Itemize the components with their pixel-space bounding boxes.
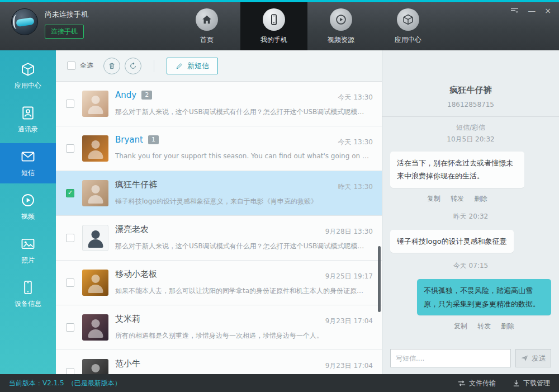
- tab-home[interactable]: 首页: [173, 2, 240, 50]
- avatar: [82, 270, 108, 296]
- conversation-row[interactable]: 艾米莉 所有的相遇都是久别重逢，珍惜身边每一次相遇，珍惜身边每一个人。 9月23…: [56, 305, 382, 350]
- row-checkbox[interactable]: [66, 234, 74, 242]
- copy-action[interactable]: 复制: [454, 322, 467, 331]
- forward-action[interactable]: 转发: [477, 322, 491, 331]
- connection-block: 尚未连接手机 连接手机: [45, 10, 88, 39]
- conversation-row[interactable]: 范小牛 9月23日 17:04: [56, 350, 382, 374]
- version-text: 当前版本：V2.1.5: [9, 379, 64, 388]
- download-icon: [513, 380, 520, 387]
- sidebar-item-contacts[interactable]: 通讯录: [0, 100, 56, 140]
- conversation-name: 疯狂牛仔裤: [115, 180, 157, 190]
- transfer-arrows-icon: [458, 380, 466, 386]
- row-checkbox[interactable]: [66, 323, 74, 332]
- tab-app-center[interactable]: 应用中心: [375, 2, 442, 50]
- select-all-checkbox[interactable]: [67, 62, 75, 70]
- conversation-date: 9月25日 19:17: [325, 272, 373, 281]
- conversation-row[interactable]: 移动小老板 如果不能本人去，那么可以让沈阳的同学拿ta的身份证原件和机主本人的身…: [56, 261, 382, 305]
- envelope-icon: [20, 149, 36, 164]
- sidebar-item-video[interactable]: 视频: [0, 187, 56, 227]
- message-bubble-received: 活在当下，别在怀念过去或者憧憬未来中浪费掉你现在的生活。: [390, 152, 524, 188]
- list-scrollbar-thumb[interactable]: [378, 246, 381, 312]
- send-label: 发送: [532, 353, 546, 363]
- menu-icon[interactable]: [511, 7, 519, 14]
- sidebar-item-device-info[interactable]: 设备信息: [0, 274, 56, 314]
- cube-icon: [397, 8, 419, 31]
- conversation-date: 今天 13:30: [338, 93, 373, 102]
- avatar: [82, 91, 108, 117]
- conversation-detail-panel: 疯狂牛仔裤 18612858715 短信/彩信 10月5日 20:32 活在当下…: [382, 50, 559, 374]
- detail-start-time: 10月5日 20:32: [382, 135, 559, 144]
- accent-strip: [0, 0, 559, 2]
- statusbar: 当前版本：V2.1.5 （已是最新版本） 文件传输 下载管理: [0, 374, 559, 392]
- avatar: [82, 135, 108, 162]
- sidebar-label: 短信: [21, 168, 35, 178]
- conversation-row[interactable]: Bryant 1 Thank you for your support this…: [56, 126, 382, 171]
- conversation-date: 今天 13:30: [338, 138, 373, 147]
- main-nav: 首页 我的手机 视频资源 应用中心: [173, 2, 442, 50]
- sidebar-item-app-center[interactable]: 应用中心: [0, 56, 56, 96]
- conversation-row[interactable]: Andy 2 那么对于新人来说，这个USB调试模式有什么用？怎么打开这个USB调…: [56, 82, 382, 126]
- forward-action[interactable]: 转发: [451, 194, 464, 204]
- conversation-preview: 那么对于新人来说，这个USB调试模式有什么用？怎么打开这个USB调试模式呢模式呢…: [115, 242, 369, 251]
- tab-video-resources[interactable]: 视频资源: [307, 2, 375, 50]
- conversation-preview: 那么对于新人来说，这个USB调试模式有什么用？怎么打开这个USB调试模式呢模式呢…: [115, 107, 369, 117]
- conversation-preview: 所有的相遇都是久别重逢，珍惜身边每一次相遇，珍惜身边每一个人。: [115, 331, 323, 341]
- toolbar-divider: [154, 60, 154, 72]
- delete-action[interactable]: 删除: [501, 322, 514, 331]
- detail-divider: [382, 116, 559, 117]
- app-center-icon: [20, 62, 36, 77]
- sidebar-label: 通讯录: [18, 125, 38, 134]
- play-circle-icon: [330, 8, 352, 31]
- robot-logo: [11, 8, 38, 35]
- close-icon[interactable]: ×: [544, 7, 551, 15]
- message-thread: 活在当下，别在怀念过去或者憧憬未来中浪费掉你现在的生活。 复制 转发 删除 昨天…: [382, 144, 559, 331]
- new-sms-button[interactable]: 新短信: [167, 58, 218, 74]
- conversation-preview: Thank you for your support this season. …: [115, 152, 369, 160]
- conversation-name: 移动小老板: [115, 269, 157, 280]
- avatar: [82, 314, 108, 341]
- sidebar-label: 应用中心: [15, 81, 41, 91]
- conversation-row[interactable]: 疯狂牛仔裤 锤子科技logo的设计灵感和象征意义，来自于电影《肖申克的救赎》 昨…: [56, 171, 382, 216]
- conversation-date: 9月28日 13:30: [325, 227, 373, 237]
- message-timestamp: 昨天 20:32: [390, 212, 551, 221]
- compose-bar: 发送: [390, 349, 551, 367]
- download-manager-button[interactable]: 下载管理: [513, 379, 550, 388]
- file-transfer-label: 文件传输: [469, 379, 496, 388]
- select-all-label: 全选: [80, 61, 93, 70]
- conversation-row[interactable]: 漂亮老农 那么对于新人来说，这个USB调试模式有什么用？怎么打开这个USB调试模…: [56, 216, 382, 261]
- avatar: [82, 180, 108, 206]
- sidebar-label: 视频: [21, 212, 35, 221]
- sidebar-item-photos[interactable]: 照片: [0, 230, 56, 271]
- connection-status: 尚未连接手机: [45, 10, 88, 20]
- row-checkbox[interactable]: [66, 144, 74, 153]
- sidebar-item-sms[interactable]: 短信: [0, 143, 56, 183]
- row-checkbox[interactable]: [66, 278, 74, 287]
- message-bubble-received: 锤子科技logo的设计灵感和象征意: [390, 230, 514, 253]
- row-checkbox[interactable]: [66, 100, 74, 108]
- detail-type-label: 短信/彩信: [382, 123, 559, 133]
- copy-action[interactable]: 复制: [427, 194, 440, 204]
- file-transfer-button[interactable]: 文件传输: [458, 379, 496, 388]
- row-checkbox[interactable]: [66, 189, 74, 197]
- conversation-date: 9月23日 17:04: [325, 317, 373, 326]
- delete-action[interactable]: 删除: [474, 194, 487, 204]
- avatar: [82, 359, 108, 374]
- photo-icon: [20, 236, 36, 252]
- connect-phone-button[interactable]: 连接手机: [45, 25, 84, 39]
- window-controls: — ×: [511, 7, 551, 15]
- message-timestamp: 今天 07:15: [390, 261, 551, 271]
- conversation-preview: 如果不能本人去，那么可以让沈阳的同学拿ta的身份证原件和机主本人的身份证原件..…: [115, 286, 369, 296]
- row-checkbox[interactable]: [66, 368, 74, 374]
- delete-button[interactable]: [103, 58, 120, 74]
- paper-plane-icon: [520, 354, 529, 362]
- minimize-icon[interactable]: —: [528, 7, 536, 15]
- send-button[interactable]: 发送: [515, 349, 551, 367]
- refresh-button[interactable]: [125, 58, 141, 74]
- video-icon: [20, 192, 36, 208]
- sms-input[interactable]: [390, 349, 511, 367]
- message-actions: 复制 转发 删除: [417, 322, 551, 331]
- version-note: （已是最新版本）: [68, 379, 121, 388]
- conversation-name: 范小牛: [115, 358, 140, 369]
- contacts-icon: [20, 105, 36, 121]
- tab-my-phone[interactable]: 我的手机: [240, 0, 307, 50]
